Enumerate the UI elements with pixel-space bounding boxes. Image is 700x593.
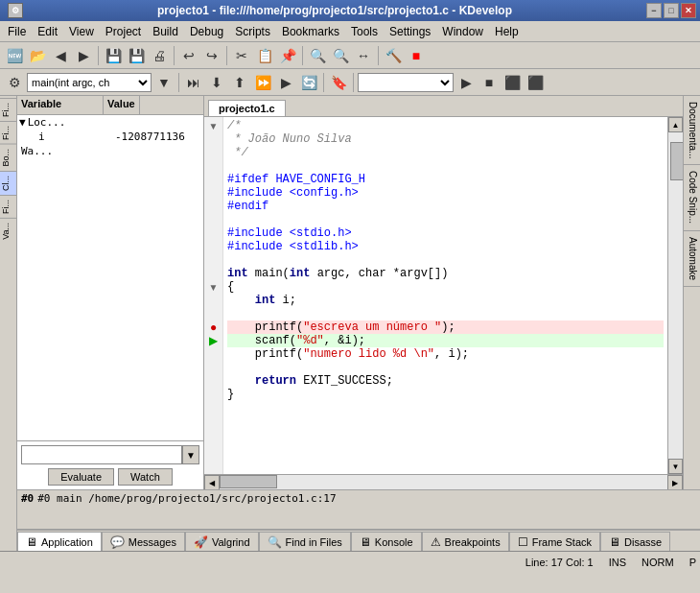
menu-item-scripts[interactable]: Scripts: [229, 23, 276, 40]
menu-item-project[interactable]: Project: [100, 23, 147, 40]
tab-find-in-files[interactable]: 🔍 Find in Files: [259, 532, 351, 551]
stack-item-0[interactable]: #0 #0 main /home/prog/projecto1/src/proj…: [21, 492, 696, 505]
code-line-1: /*: [227, 119, 664, 132]
left-icon-cl[interactable]: Cl...: [0, 171, 16, 195]
left-icon-fi3[interactable]: Fi...: [0, 195, 16, 218]
print-button[interactable]: 🖨: [149, 45, 170, 66]
maximize-button[interactable]: □: [664, 3, 679, 18]
gutter-breakpoint-16[interactable]: ●: [206, 320, 222, 334]
save-all-button[interactable]: 💾: [126, 45, 147, 66]
variable-header: Variable: [17, 96, 104, 114]
code-line-3: */: [227, 146, 664, 159]
left-icon-va[interactable]: Va...: [0, 218, 16, 244]
menu-item-debug[interactable]: Debug: [184, 23, 229, 40]
right-panel-documenta[interactable]: Documenta...: [684, 96, 700, 165]
menu-item-file[interactable]: File: [2, 23, 32, 40]
minimize-button[interactable]: −: [646, 3, 662, 18]
back-button[interactable]: ◀: [50, 45, 71, 66]
forward-button[interactable]: ▶: [73, 45, 94, 66]
scroll-left-button[interactable]: ◀: [204, 475, 220, 489]
combo-arrow[interactable]: ▼: [153, 72, 175, 93]
tab-messages[interactable]: 💬 Messages: [102, 532, 185, 551]
new-button[interactable]: 🆕: [4, 45, 25, 66]
run-to-button[interactable]: ⏩: [252, 72, 273, 93]
editor-area: projecto1.c ▼: [204, 96, 683, 489]
horizontal-scrollbar[interactable]: ◀ ▶: [204, 474, 683, 489]
close-button[interactable]: ✕: [681, 3, 696, 18]
debug-row-watch[interactable]: Wa...: [17, 144, 203, 158]
tab-disasse[interactable]: 🖥 Disasse: [600, 532, 670, 551]
step-out-button[interactable]: ⬆: [229, 72, 250, 93]
paste-button[interactable]: 📌: [277, 45, 298, 66]
save-button[interactable]: 💾: [103, 45, 124, 66]
menu-item-settings[interactable]: Settings: [384, 23, 436, 40]
code-line-9: #include <stdio.h>: [227, 226, 664, 240]
code-content[interactable]: /* * João Nuno Silva */ #ifdef HAVE_CONF…: [223, 117, 667, 474]
code-line-15: [227, 307, 664, 320]
frame-stack-tab-label: Frame Stack: [532, 536, 592, 548]
cut-button[interactable]: ✂: [231, 45, 252, 66]
left-icon-fi2[interactable]: Fi...: [0, 121, 16, 144]
build-button[interactable]: 🔨: [383, 45, 404, 66]
gutter-expand-13[interactable]: ▼: [206, 280, 222, 294]
h-scroll-thumb[interactable]: [220, 475, 277, 488]
debug-expression-input[interactable]: [21, 445, 182, 464]
step-over-button[interactable]: ⏭: [183, 72, 204, 93]
scroll-right-button[interactable]: ▶: [667, 475, 683, 489]
search-button[interactable]: 🔍: [307, 45, 328, 66]
scroll-thumb[interactable]: [670, 142, 683, 180]
scroll-up-button[interactable]: ▲: [668, 117, 683, 132]
menu-item-help[interactable]: Help: [489, 23, 525, 40]
restart-button[interactable]: 🔄: [298, 72, 319, 93]
continue-button[interactable]: ▶: [275, 72, 296, 93]
h-scroll-track[interactable]: [220, 475, 667, 489]
tab-application[interactable]: 🖥 Application: [17, 532, 102, 551]
tab-breakpoints[interactable]: ⚠ Breakpoints: [422, 532, 509, 551]
scroll-track[interactable]: [668, 132, 683, 459]
function-combo[interactable]: main(int argc, ch: [27, 73, 152, 92]
target-go[interactable]: ▶: [455, 72, 477, 93]
code-line-21: }: [227, 388, 664, 401]
vertical-scrollbar[interactable]: ▲ ▼: [667, 117, 683, 474]
expand-loc-icon[interactable]: ▼: [19, 116, 26, 129]
right-panel-codesnip[interactable]: Code Snip...: [684, 165, 700, 230]
tab-frame-stack[interactable]: ☐ Frame Stack: [509, 532, 600, 551]
menu-item-edit[interactable]: Edit: [32, 23, 63, 40]
stop-button[interactable]: ■: [406, 45, 427, 66]
separator5: [378, 46, 379, 65]
replace-button[interactable]: ↔: [353, 45, 374, 66]
separator1: [98, 46, 99, 65]
target-more1[interactable]: ⬛: [502, 72, 523, 93]
menu-item-tools[interactable]: Tools: [345, 23, 384, 40]
target-more2[interactable]: ⬛: [525, 72, 546, 93]
copy-button[interactable]: 📋: [254, 45, 275, 66]
bookmark-button[interactable]: 🔖: [328, 72, 349, 93]
redo-button[interactable]: ↪: [201, 45, 222, 66]
left-icon-bo[interactable]: Bo...: [0, 144, 16, 171]
watch-button[interactable]: Watch: [118, 468, 173, 486]
scroll-down-button[interactable]: ▼: [668, 459, 683, 474]
gutter-expand-1[interactable]: ▼: [206, 119, 222, 132]
menu-item-window[interactable]: Window: [436, 23, 489, 40]
left-icon-fi1[interactable]: Fi...: [0, 98, 16, 121]
gutter-11: [206, 253, 222, 267]
tab-valgrind[interactable]: 🚀 Valgrind: [185, 532, 259, 551]
debug-dropdown[interactable]: ▼: [182, 445, 199, 464]
tab-projecto1c[interactable]: projecto1.c: [208, 100, 286, 116]
status-norm: NORM: [642, 557, 674, 568]
menu-item-build[interactable]: Build: [147, 23, 184, 40]
step-into-button[interactable]: ⬇: [206, 72, 227, 93]
find-next-button[interactable]: 🔍: [330, 45, 351, 66]
undo-button[interactable]: ↩: [178, 45, 199, 66]
right-panel-automake[interactable]: Automake: [684, 231, 700, 287]
evaluate-button[interactable]: Evaluate: [48, 468, 114, 486]
debug-row-loc[interactable]: ▼ Loc...: [17, 115, 203, 130]
open-button[interactable]: 📂: [27, 45, 48, 66]
menu-item-view[interactable]: View: [63, 23, 100, 40]
target-combo[interactable]: [358, 73, 454, 92]
debug-row-i[interactable]: i -1208771136: [25, 130, 203, 144]
value-header: Value: [104, 96, 140, 114]
target-stop[interactable]: ■: [478, 72, 500, 93]
menu-item-bookmarks[interactable]: Bookmarks: [276, 23, 345, 40]
tab-konsole[interactable]: 🖥 Konsole: [351, 532, 422, 551]
